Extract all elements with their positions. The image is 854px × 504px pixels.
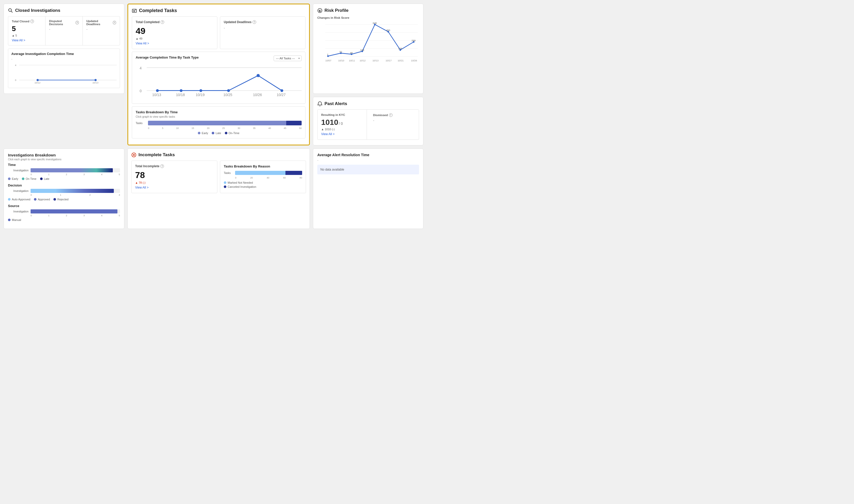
completed-view-all[interactable]: View All > — [135, 42, 149, 45]
avg-alert-title: Average Alert Resolution Time — [317, 153, 419, 157]
completed-tasks-card: Completed Tasks Total Completed ? 49 ▲ 4… — [127, 4, 310, 145]
svg-text:10/13: 10/13 — [152, 93, 161, 97]
source-legend: Manual — [8, 218, 120, 221]
updated-help[interactable]: ? — [113, 21, 116, 24]
time-legend: Early On Time Late — [8, 177, 120, 180]
updated-deadlines-stat: Updated Deadlines ? - — [83, 16, 120, 45]
avg-completion-dash: - — [11, 57, 117, 61]
updated-deadlines-help[interactable]: ? — [253, 20, 256, 24]
decision-bar-label: Investigation — [8, 189, 29, 193]
svg-text:450: 450 — [386, 29, 390, 32]
svg-text:10/13: 10/13 — [373, 59, 378, 62]
svg-text:10/10: 10/10 — [338, 59, 344, 62]
risk-profile-title: ☯ Risk Profile — [317, 8, 419, 13]
decision-legend: Auto Approved Approved Rejected — [8, 198, 120, 201]
breakdown-time-title: Tasks Breakdown By Time — [135, 110, 302, 114]
search-icon — [8, 8, 13, 13]
disputed-help[interactable]: ? — [75, 21, 79, 24]
svg-point-23 — [257, 74, 260, 77]
incomplete-bar[interactable] — [235, 171, 302, 175]
svg-point-7 — [36, 79, 38, 81]
svg-point-24 — [280, 89, 284, 92]
svg-text:10/13: 10/13 — [92, 82, 98, 84]
svg-text:134: 134 — [398, 47, 402, 50]
alerts-view-all[interactable]: View All > — [321, 132, 334, 136]
total-incomplete-help[interactable]: ? — [160, 164, 164, 168]
breakdown-note: Click each graph to view specific invest… — [8, 158, 120, 161]
legend-auto-approved: Auto Approved — [8, 198, 30, 201]
svg-text:10/26: 10/26 — [253, 93, 262, 97]
svg-text:☯: ☯ — [319, 9, 321, 12]
legend-manual: Manual — [8, 218, 21, 221]
time-breakdown: Time Investigation 012345 Early On Time — [8, 163, 120, 180]
disputed-stat: Disputed Decisions ? - — [46, 16, 83, 45]
incomplete-icon — [131, 152, 137, 158]
svg-point-20 — [180, 89, 183, 92]
total-closed-help[interactable]: ? — [30, 19, 34, 23]
svg-text:10/27: 10/27 — [277, 93, 286, 97]
svg-text:4: 4 — [140, 66, 142, 70]
time-breakdown-title: Time — [8, 163, 120, 167]
risk-score-chart: 7 70 49 108 649 450 134 299 10/07 10/10 … — [317, 22, 419, 65]
avg-by-type-chart: 4 0 10/13 10/18 10/19 10/25 10/26 10/27 — [135, 64, 302, 99]
completed-tasks-title: Completed Tasks — [132, 8, 306, 13]
svg-point-22 — [227, 89, 230, 92]
breakdown-time-note: Click graph to view specific tasks — [135, 115, 302, 118]
avg-alert-resolution-card: Average Alert Resolution Time - No data … — [313, 148, 423, 229]
incomplete-bar-label: Tasks — [224, 171, 233, 175]
dismissed-help[interactable]: ? — [389, 113, 393, 117]
avg-completion-by-type-section: Average Completion Time By Task Type ---… — [132, 52, 306, 104]
avg-completion-chart: 4 0 10/12 10/13 — [11, 63, 117, 84]
decision-bar[interactable] — [31, 189, 120, 193]
closed-view-all[interactable]: View All > — [12, 38, 25, 42]
legend-approved: Approved — [34, 198, 50, 201]
svg-text:0: 0 — [15, 79, 16, 82]
total-incomplete-card: Total Incomplete ? 78 ▲ 78 (-) View All … — [131, 161, 217, 193]
tasks-breakdown-legend: Early Late On-Time — [135, 131, 302, 134]
svg-text:4: 4 — [15, 64, 16, 67]
svg-line-13 — [134, 10, 135, 11]
incomplete-breakdown-title: Tasks Breakdown By Reason — [224, 164, 302, 168]
alerts-grid: Resulting in KYC 1010 / 0 ▲ 1010 (-) Vie… — [317, 109, 419, 140]
legend-canceled-investigation: Canceled Investigation — [224, 185, 302, 188]
incomplete-tasks-card: Incomplete Tasks Total Incomplete ? 78 ▲… — [127, 148, 310, 229]
legend-time-late: Late — [40, 177, 49, 180]
total-completed-help[interactable]: ? — [161, 20, 164, 24]
closed-investigations-card: Closed Investigations Total Closed ? 5 ▲… — [4, 4, 124, 94]
legend-marked-not-needed: Marked Not Needed — [224, 181, 302, 184]
svg-text:7: 7 — [327, 53, 328, 56]
task-type-select[interactable]: --- All Tasks --- — [274, 55, 302, 61]
source-bar[interactable] — [31, 209, 120, 214]
legend-late: Late — [212, 131, 221, 134]
source-bar-label: Investigation — [8, 210, 29, 213]
incomplete-view-all[interactable]: View All > — [135, 186, 148, 189]
svg-text:10/18: 10/18 — [176, 93, 185, 97]
time-bar[interactable] — [31, 168, 120, 173]
svg-text:299: 299 — [412, 39, 416, 42]
incomplete-tasks-title: Incomplete Tasks — [131, 152, 306, 158]
svg-text:70: 70 — [339, 51, 342, 53]
legend-time-ontime: On Time — [22, 177, 36, 180]
svg-text:10/12: 10/12 — [34, 82, 40, 84]
legend-time-early: Early — [8, 177, 18, 180]
avg-completion-title: Average Investigation Completion Time — [11, 52, 117, 56]
svg-text:10/26: 10/26 — [411, 59, 417, 62]
past-alerts-card: Past Alerts Resulting in KYC 1010 / 0 ▲ … — [313, 97, 423, 145]
total-completed-card: Total Completed ? 49 ▲ 49 View All > — [132, 16, 217, 49]
tasks-breakdown-time-section: Tasks Breakdown By Time Click graph to v… — [132, 106, 306, 139]
bell-icon — [317, 101, 323, 106]
legend-rejected: Rejected — [53, 198, 68, 201]
legend-ontime: On-Time — [225, 131, 239, 134]
time-bar-label: Investigation — [8, 169, 29, 172]
source-breakdown: Source Investigation 012345 Manual — [8, 204, 120, 221]
svg-text:10/21: 10/21 — [398, 59, 404, 62]
checklist-icon — [132, 8, 137, 13]
svg-text:10/25: 10/25 — [223, 93, 232, 97]
svg-text:649: 649 — [373, 22, 377, 24]
avg-by-type-title: Average Completion Time By Task Type — [135, 55, 199, 59]
incomplete-breakdown-card: Tasks Breakdown By Reason Tasks 02040608… — [220, 161, 306, 193]
svg-point-19 — [156, 89, 159, 92]
svg-text:0: 0 — [140, 89, 142, 93]
risk-icon: ☯ — [317, 8, 323, 13]
svg-text:10/11: 10/11 — [349, 59, 355, 62]
